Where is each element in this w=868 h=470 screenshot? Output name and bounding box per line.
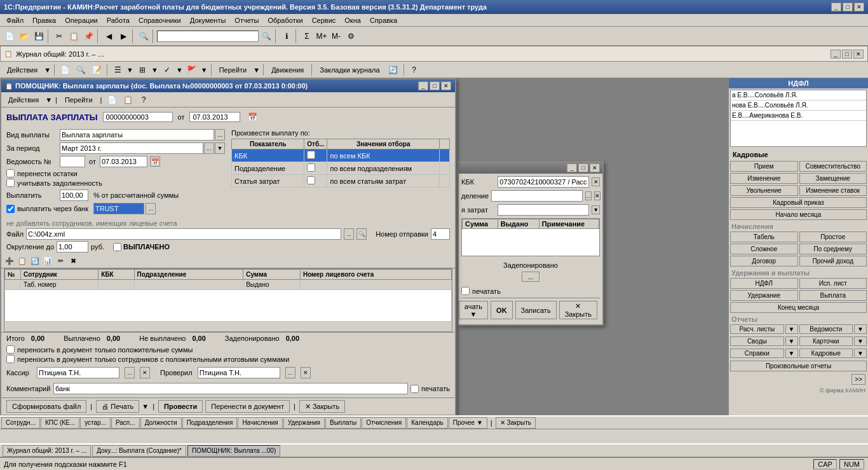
employee-list[interactable]: а Е.В....Соловьёв Л.Я. нова Е.В....Солов… (730, 90, 867, 147)
j-btn4[interactable]: ☰ (111, 63, 125, 77)
btn-svody[interactable]: Своды (730, 336, 784, 346)
toolbar-settings[interactable]: ⚙ (344, 29, 358, 43)
btn-uderz[interactable]: Удержание (730, 290, 798, 301)
btn-kadr-prikaz[interactable]: Кадровый приказ (730, 197, 867, 208)
toolbar-search[interactable]: 🔍 (137, 29, 151, 43)
menu-service[interactable]: Сервис (308, 16, 340, 25)
journal-minimize[interactable]: _ (831, 50, 841, 59)
kassir-select[interactable]: ... (125, 367, 135, 378)
btn-kadrovye-r[interactable]: Кадровые (799, 349, 853, 358)
btn-izmen[interactable]: Изменение (730, 173, 798, 184)
toolbar-paste[interactable]: 📌 (81, 29, 95, 43)
menu-docs[interactable]: Документы (186, 16, 230, 25)
check1-box[interactable] (6, 345, 15, 354)
btn-tabel[interactable]: Табель (730, 232, 798, 242)
btn-svody-arrow[interactable]: ▼ (785, 336, 798, 346)
period-dropdown[interactable]: ... (204, 142, 214, 154)
num-otpr-input[interactable] (431, 228, 450, 240)
file-search[interactable]: 🔍 (356, 228, 367, 240)
btn-zamesh[interactable]: Замещение (799, 173, 867, 184)
tab-otchisl[interactable]: Отчисления (362, 417, 406, 429)
kbk-print-check[interactable] (461, 287, 470, 295)
btn-rasch-listy[interactable]: Расч. листы (730, 324, 784, 334)
btn-izmen-stavok[interactable]: Изменение ставок (799, 185, 867, 196)
subdiv-btn[interactable]: ... (585, 191, 592, 200)
btn-viplata[interactable]: Выплата (799, 290, 867, 301)
kbk-field-clear[interactable]: ✕ (592, 177, 600, 186)
maximize-btn[interactable]: □ (843, 3, 853, 11)
vedom-date[interactable] (100, 156, 147, 167)
j-btn2[interactable]: 🔍 (74, 63, 88, 77)
toolbar-save[interactable]: 💾 (32, 29, 46, 43)
period-cal[interactable]: ▼ (215, 142, 225, 154)
period-input[interactable]: Март 2013 г. (60, 142, 203, 154)
btn-slozh[interactable]: Сложное (730, 244, 798, 254)
btn-close-assistant[interactable]: ✕ Закрыть (299, 400, 345, 413)
btn-priem[interactable]: Прием (730, 161, 798, 172)
menu-help[interactable]: Справка (366, 16, 401, 25)
btn-form-file[interactable]: Сформировать файл (6, 400, 86, 413)
bank-select[interactable]: ... (146, 203, 156, 214)
menu-processing[interactable]: Обработки (264, 16, 306, 25)
employee-item-3[interactable]: Е.В....Американова Е.В. (731, 111, 866, 121)
tt-sort2[interactable]: 📊 (42, 255, 53, 266)
checkbox-bank[interactable] (6, 205, 15, 213)
toolbar-new[interactable]: 📄 (3, 29, 17, 43)
checkbox-vypl[interactable] (113, 243, 121, 251)
tab-ustar[interactable]: устар... (80, 417, 111, 429)
btn-kartochki[interactable]: Карточки (799, 336, 853, 346)
toolbar-info[interactable]: ℹ (280, 29, 294, 43)
j-btn7[interactable]: 🚩 (185, 63, 199, 77)
bank-input[interactable] (93, 203, 144, 214)
tab-uderzan[interactable]: Удержания (283, 417, 325, 429)
kbk-table-area[interactable]: Сумма Выдано Примечание (461, 218, 600, 256)
kbk-row-2[interactable]: Подразделение по всем подразделениям (232, 162, 450, 175)
kbk-r3-check[interactable] (307, 176, 315, 184)
vyplatit-input[interactable] (60, 190, 88, 201)
btn-po-sredn[interactable]: По среднему (799, 244, 867, 254)
check2-box[interactable] (6, 355, 15, 363)
subdiv-clear[interactable]: ✕ (594, 191, 600, 200)
tab-prochee[interactable]: Прочее ▼ (449, 417, 487, 429)
journal-close[interactable]: ✕ (853, 50, 864, 59)
btn-vedom-arrow[interactable]: ▼ (854, 324, 867, 334)
menu-windows[interactable]: Окна (341, 16, 365, 25)
vedom-cal[interactable]: 📅 (150, 156, 160, 167)
btn-prenos[interactable]: Перенести в документ (205, 400, 290, 413)
subdiv-input[interactable] (491, 190, 583, 202)
tt-del[interactable]: ✖ (67, 255, 79, 266)
toolbar-search-input[interactable] (157, 31, 259, 42)
comment-input[interactable] (53, 383, 408, 394)
assistant-close-x[interactable]: ✕ (441, 81, 451, 90)
btn-dogovor[interactable]: Договор (730, 256, 798, 266)
movements-btn[interactable]: Движения (267, 65, 308, 75)
checkbox-ostatok[interactable] (6, 169, 15, 177)
taskbar-item-1[interactable]: Журнал общий: 2013 г. – ... (3, 445, 91, 457)
proveril-input[interactable] (198, 367, 280, 378)
file-input[interactable] (26, 228, 341, 240)
zatrat-btn[interactable]: ▼ (592, 205, 600, 214)
toolbar-forward[interactable]: ▶ (116, 29, 130, 43)
journal-maximize[interactable]: □ (842, 50, 852, 59)
kbk-close-btn[interactable]: ✕ Закрыть (559, 301, 597, 319)
j-help[interactable]: ? (407, 63, 421, 77)
kbk-zapisat-btn[interactable]: Записать (515, 301, 557, 319)
toolbar-calc2[interactable]: M+ (315, 29, 329, 43)
taskbar-item-2[interactable]: Доку...: Выплата (Создание)* (92, 445, 186, 457)
doc-date-input[interactable]: 07.03.2013 (189, 112, 240, 122)
main-table-container[interactable]: № Сотрудник КБК Подразделение Сумма Номе… (4, 268, 452, 332)
tab-rasp[interactable]: Раcп... (111, 417, 140, 429)
menu-operations[interactable]: Операции (61, 16, 101, 25)
menu-reports[interactable]: Отчеты (231, 16, 262, 25)
kbk-r1-check[interactable] (307, 151, 315, 159)
assistant-btn1[interactable]: 📄 (105, 93, 119, 107)
btn-isp-list[interactable]: Исп. лист (799, 278, 867, 289)
zadep-dots-btn[interactable]: ... (522, 272, 539, 282)
proveril-select[interactable]: ... (285, 367, 295, 378)
kbk-popup-min[interactable]: _ (567, 163, 577, 172)
tt-edit[interactable]: ✏ (55, 255, 66, 266)
print-checkbox[interactable] (410, 385, 419, 393)
bookmarks-btn[interactable]: Закладки журнала (315, 65, 384, 75)
j-refresh[interactable]: 🔄 (386, 63, 400, 77)
btn-prostoe[interactable]: Простое (799, 232, 867, 242)
